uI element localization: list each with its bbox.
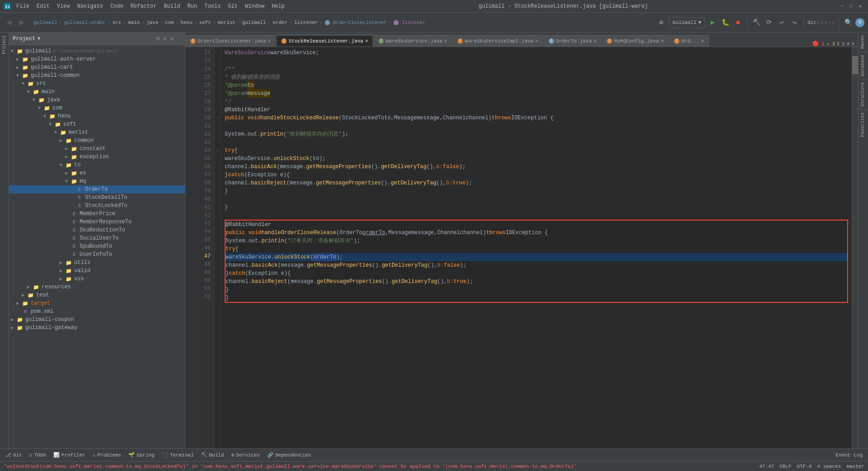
run-config-dropdown[interactable]: Gulimall ▼ [669, 17, 705, 28]
tree-collapse-icon[interactable]: ⊟ [162, 35, 167, 42]
menu-tools[interactable]: Tools [201, 1, 224, 11]
favorites-tab[interactable]: Favorites [859, 110, 868, 140]
tree-item-exception[interactable]: ▶ 📁 exception [9, 153, 185, 161]
toolbar-build-button[interactable]: 🔨 [751, 17, 762, 28]
tree-expand-icon[interactable]: ⊞ [156, 35, 160, 42]
toolbar-forward-button[interactable]: ▷ [16, 17, 27, 28]
tree-item-common[interactable]: ▼ 📁 gulimall-common [9, 71, 185, 80]
breadcrumb-class[interactable]: ⬤ OrderCloseListener [325, 19, 387, 25]
tree-item-com[interactable]: ▼ 📁 com [9, 104, 185, 112]
tree-item-soft[interactable]: ▼ 📁 soft [9, 120, 185, 128]
tree-item-gulimall[interactable]: ▼ 📁 gulimall D:\JavaJavaCode\gulimall [9, 47, 185, 55]
toolbar-redo-button[interactable]: ↪ [789, 17, 800, 28]
scrollbar-track[interactable] [852, 47, 858, 448]
breadcrumb-gulimall[interactable]: gulimall [33, 20, 57, 25]
tree-close-icon[interactable]: – [176, 35, 181, 42]
profiler-button[interactable]: 📊 Profiler [50, 451, 89, 459]
maximize-button[interactable]: □ [847, 2, 855, 10]
tree-item-cart[interactable]: ▶ 📁 gulimall-cart [9, 63, 185, 71]
tree-item-skureductionto[interactable]: C SkuReductionTo [9, 226, 185, 234]
tree-item-constant[interactable]: ▶ 📁 constant [9, 145, 185, 153]
minimize-button[interactable]: ─ [838, 2, 846, 10]
dependencies-button[interactable]: 🔗 Dependencies [264, 451, 315, 459]
tree-item-xss[interactable]: ▶ 📁 xss [9, 275, 185, 283]
tree-item-memberprice[interactable]: C MemberPrice [9, 210, 185, 218]
tree-item-target[interactable]: ▶ 📁 target [9, 299, 185, 307]
breadcrumb-java[interactable]: java [146, 20, 158, 25]
tab-ord-overflow[interactable]: C Ord... × [669, 35, 709, 47]
tree-item-orderto[interactable]: C OrderTo [9, 185, 185, 193]
toolbar-debug-button[interactable]: 🐛 [720, 17, 731, 28]
problems-button[interactable]: ⚠ Problems [89, 451, 125, 459]
breadcrumb-gulimall2[interactable]: gulimall [242, 20, 266, 25]
build-button[interactable]: 🔨 Build [198, 451, 228, 459]
tree-item-java[interactable]: ▼ 📁 java [9, 96, 185, 104]
tree-item-src[interactable]: ▼ 📁 src [9, 80, 185, 88]
menu-build[interactable]: Build [160, 1, 184, 11]
tree-item-auth-server[interactable]: ▶ 📁 gulimall-auth-server [9, 55, 185, 63]
breadcrumb-method[interactable]: ⬤ listener [393, 19, 425, 25]
toolbar-sync-button[interactable]: ⟳ [764, 17, 774, 28]
tree-settings-icon[interactable]: ⚙ [170, 35, 175, 42]
tab-close-icon[interactable]: × [365, 38, 368, 44]
breadcrumb-src[interactable]: src [112, 20, 121, 25]
tree-item-es[interactable]: ▶ 📁 es [9, 169, 185, 177]
tab-orderto[interactable]: C OrderTo.java × [544, 35, 602, 47]
tree-item-main[interactable]: ▼ 📁 main [9, 88, 185, 96]
git-button[interactable]: ⎇ Git [2, 451, 26, 459]
menu-view[interactable]: View [53, 1, 74, 11]
menu-refactor[interactable]: Refactor [127, 1, 160, 11]
menu-run[interactable]: Run [184, 1, 201, 11]
database-tab[interactable]: Database [859, 52, 868, 79]
tree-item-coupon[interactable]: ▶ 📁 gulimall-coupon [9, 316, 185, 324]
tab-wareskuserviceimpl[interactable]: C WareSkuServiceImpl.java × [453, 35, 543, 47]
tree-item-valid[interactable]: ▶ 📁 valid [9, 267, 185, 275]
tab-close-icon[interactable]: × [594, 38, 597, 44]
tab-close-icon[interactable]: × [660, 38, 664, 44]
nav-up-icon[interactable]: ∧ [847, 41, 850, 47]
tree-item-resources[interactable]: ▶ 📁 resources [9, 283, 185, 291]
event-log-button[interactable]: Event Log [832, 452, 866, 459]
tree-item-mq[interactable]: ▼ 📁 mq [9, 177, 185, 185]
toolbar-back-button[interactable]: ◁ [4, 17, 14, 28]
tree-item-gateway[interactable]: ▶ 📁 gulimall-gateway [9, 324, 185, 332]
breadcrumb-listener[interactable]: listener [294, 20, 318, 25]
services-button[interactable]: ⚙ Services [228, 451, 264, 459]
code-content[interactable]: WareSkuService wareSkuService; /** * 收到解… [221, 47, 852, 448]
tab-stockreleaselistener[interactable]: C StockReleaseListener.java × [276, 35, 373, 47]
terminal-button[interactable]: ⬛ Terminal [158, 451, 198, 459]
toolbar-settings-button[interactable]: ⚙ [656, 17, 667, 28]
menu-help[interactable]: Help [268, 1, 288, 11]
tab-close-icon[interactable]: × [268, 38, 271, 44]
tree-item-stockdetailto[interactable]: C StockDetailTo [9, 193, 185, 202]
tree-item-test[interactable]: ▶ 📁 test [9, 291, 185, 299]
breadcrumb-order2[interactable]: order [273, 20, 288, 25]
breadcrumb-henu[interactable]: henu [180, 20, 192, 25]
structure-tab[interactable]: Structure [859, 80, 868, 109]
todo-button[interactable]: ☑ TODO [26, 451, 50, 459]
tab-close-icon[interactable]: × [535, 38, 538, 44]
maven-tab[interactable]: Maven [859, 33, 868, 52]
menu-file[interactable]: File [13, 1, 33, 11]
user-avatar[interactable]: G [855, 18, 864, 27]
tree-item-utils[interactable]: ▶ 📁 utils [9, 259, 185, 267]
spring-button[interactable]: 🌱 Spring [125, 451, 158, 459]
toolbar-run-button[interactable]: ▶ [707, 17, 718, 28]
tree-item-userinfoto[interactable]: C UserInfoTo [9, 250, 185, 259]
breadcrumb-merist[interactable]: merist [217, 20, 236, 25]
menu-window[interactable]: Window [241, 1, 268, 11]
breadcrumb-order[interactable]: gulimall-order [64, 20, 105, 25]
tab-close-icon[interactable]: × [444, 38, 448, 44]
tree-item-common-folder[interactable]: ▶ 📁 common [9, 137, 185, 145]
tree-item-pom[interactable]: m pom.xml [9, 307, 185, 316]
tab-wareskuservice[interactable]: I WareSkuService.java × [373, 35, 452, 47]
breadcrumb-main[interactable]: main [128, 20, 140, 25]
tree-item-merist[interactable]: ▼ 📁 merist [9, 128, 185, 137]
tree-item-spuboundto[interactable]: C SpuBoundTo [9, 242, 185, 250]
scrollbar-thumb[interactable] [852, 56, 858, 74]
menu-edit[interactable]: Edit [33, 1, 53, 11]
menu-navigate[interactable]: Navigate [73, 1, 107, 11]
menu-code[interactable]: Code [107, 1, 127, 11]
breadcrumb-soft[interactable]: soft [199, 20, 211, 25]
toolbar-stop-button[interactable]: ■ [732, 17, 743, 28]
